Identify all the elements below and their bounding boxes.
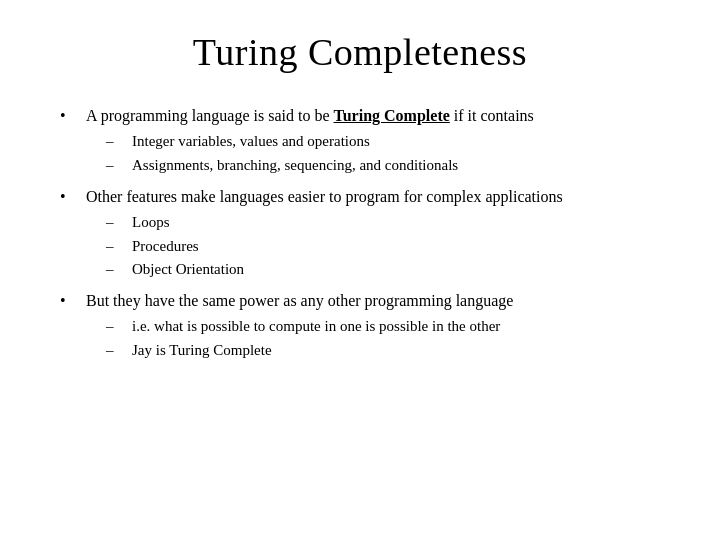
bullet1-sub-list: – Integer variables, values and operatio… [106, 131, 660, 177]
bullet2-text-before: Other features make languages easier to … [86, 188, 563, 205]
sub-dash-2-1: – [106, 212, 128, 234]
sub-item-3-2: – Jay is Turing Complete [106, 340, 660, 362]
sub-dash-3-1: – [106, 316, 128, 338]
sub-item-2-2: – Procedures [106, 236, 660, 258]
sub-text-1-1: Integer variables, values and operations [132, 131, 660, 153]
sub-text-3-2: Jay is Turing Complete [132, 340, 660, 362]
sub-dash-1-1: – [106, 131, 128, 153]
bullet-text-1: A programming language is said to be Tur… [86, 104, 660, 177]
slide: Turing Completeness • A programming lang… [0, 0, 720, 540]
bullet-dot-2: • [60, 185, 80, 208]
sub-dash-2-2: – [106, 236, 128, 258]
sub-dash-1-2: – [106, 155, 128, 177]
bullet-text-3: But they have the same power as any othe… [86, 289, 660, 362]
sub-text-2-1: Loops [132, 212, 660, 234]
bullet-text-2: Other features make languages easier to … [86, 185, 660, 281]
bullet1-text-after: if it contains [450, 107, 534, 124]
bullet-dot-3: • [60, 289, 80, 312]
bullet-dot-1: • [60, 104, 80, 127]
sub-text-2-2: Procedures [132, 236, 660, 258]
sub-text-2-3: Object Orientation [132, 259, 660, 281]
slide-content: • A programming language is said to be T… [60, 104, 660, 370]
bullet-item-3: • But they have the same power as any ot… [60, 289, 660, 362]
sub-item-3-1: – i.e. what is possible to compute in on… [106, 316, 660, 338]
bullet1-text-before: A programming language is said to be [86, 107, 334, 124]
slide-title: Turing Completeness [60, 30, 660, 74]
sub-item-2-3: – Object Orientation [106, 259, 660, 281]
bullet-item-1: • A programming language is said to be T… [60, 104, 660, 177]
bullet3-sub-list: – i.e. what is possible to compute in on… [106, 316, 660, 362]
sub-item-1-2: – Assignments, branching, sequencing, an… [106, 155, 660, 177]
bullet3-text-before: But they have the same power as any othe… [86, 292, 513, 309]
bullet2-sub-list: – Loops – Procedures – Object Orientatio… [106, 212, 660, 281]
sub-text-1-2: Assignments, branching, sequencing, and … [132, 155, 660, 177]
sub-item-2-1: – Loops [106, 212, 660, 234]
bullet-item-2: • Other features make languages easier t… [60, 185, 660, 281]
sub-text-3-1: i.e. what is possible to compute in one … [132, 316, 660, 338]
sub-dash-2-3: – [106, 259, 128, 281]
sub-dash-3-2: – [106, 340, 128, 362]
sub-item-1-1: – Integer variables, values and operatio… [106, 131, 660, 153]
bullet1-bold: Turing Complete [334, 107, 450, 124]
